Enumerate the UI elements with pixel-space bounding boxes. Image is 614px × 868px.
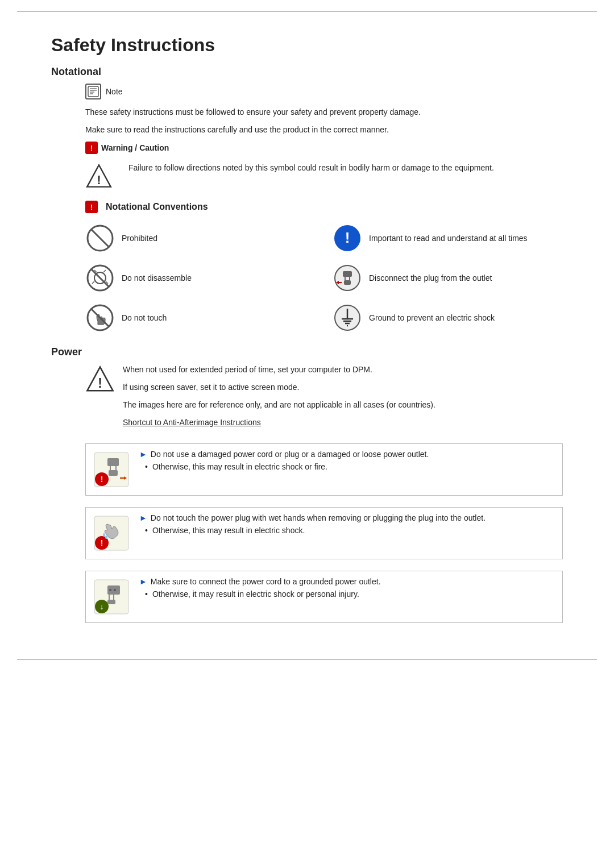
svg-point-54 — [114, 589, 116, 591]
note-box: Note — [85, 84, 563, 99]
page-title: Safety Instructions — [51, 35, 563, 56]
power-item-3-bullet: Otherwise, it may result in electric sho… — [145, 589, 557, 599]
power-item-3: ↓ ► Make sure to connect the power cord … — [85, 571, 563, 623]
svg-point-18 — [335, 265, 360, 290]
convention-touch: Do not touch — [85, 303, 316, 333]
power-item-1-image: ! — [92, 450, 131, 489]
power-item-3-content: ► Make sure to connect the power cord to… — [139, 577, 557, 599]
page-container: Safety Instructions Notational Note Thes… — [17, 11, 597, 660]
power-warning-text-2: If using screen saver, set it to active … — [123, 381, 435, 393]
blue-arrow-1: ► — [139, 450, 147, 459]
note-label: Note — [106, 87, 123, 96]
svg-rect-0 — [88, 86, 98, 97]
warning-red-icon: ! — [85, 142, 98, 154]
power-item-2: ! ► Do not touch the power plug with wet… — [85, 507, 563, 559]
power-item-2-text: Do not touch the power plug with wet han… — [151, 513, 486, 522]
power-item-2-bullet: Otherwise, this may result in electric s… — [145, 526, 557, 535]
warning-caution-row: ! Warning / Caution — [85, 142, 563, 154]
touch-label: Do not touch — [122, 313, 167, 322]
svg-rect-19 — [343, 271, 352, 277]
notational-content: Note These safety instructions must be f… — [85, 84, 563, 333]
svg-rect-57 — [107, 600, 115, 604]
power-item-1-content: ► Do not use a damaged power cord or plu… — [139, 450, 557, 471]
power-warning-texts: When not used for extended period of tim… — [123, 364, 435, 434]
svg-text:!: ! — [101, 475, 103, 484]
shortcut-link[interactable]: Shortcut to Anti-Afterimage Instructions — [123, 417, 435, 429]
svg-line-8 — [91, 229, 109, 247]
touch-icon — [85, 303, 115, 333]
conventions-grid: Prohibited ! Important to read and under… — [85, 223, 563, 333]
svg-line-17 — [92, 281, 94, 284]
power-item-1-bullet: Otherwise, this may result in electric s… — [145, 462, 557, 471]
blue-arrow-2: ► — [139, 513, 147, 522]
convention-prohibited: Prohibited — [85, 223, 316, 253]
svg-rect-41 — [109, 470, 118, 476]
svg-rect-38 — [107, 458, 119, 466]
note-text-1: These safety instructions must be follow… — [85, 106, 563, 118]
prohibited-icon — [85, 223, 115, 253]
svg-text:!: ! — [98, 375, 102, 391]
svg-line-13 — [91, 269, 109, 287]
disassemble-icon — [85, 263, 115, 293]
svg-point-53 — [109, 589, 111, 591]
convention-disassemble: Do not disassemble — [85, 263, 316, 293]
notational-section: Notational Note These safety instruction… — [51, 66, 563, 333]
notational-heading: Notational — [51, 66, 563, 78]
power-item-3-title: ► Make sure to connect the power cord to… — [139, 577, 557, 586]
power-triangle-icon: ! — [85, 364, 115, 393]
power-item-2-image: ! — [92, 513, 131, 553]
disconnect-icon — [333, 263, 362, 293]
conventions-title-row: ! Notational Conventions — [85, 201, 563, 213]
conventions-title: Notational Conventions — [106, 202, 208, 212]
power-warning-text-1: When not used for extended period of tim… — [123, 364, 435, 376]
power-item-3-image: ↓ — [92, 577, 131, 617]
convention-important: ! Important to read and understand at al… — [333, 223, 563, 253]
note-text-2: Make sure to read the instructions caref… — [85, 124, 563, 136]
svg-point-47 — [103, 533, 105, 537]
warning-label: Warning / Caution — [101, 143, 169, 152]
power-item-1-text: Do not use a damaged power cord or plug … — [151, 450, 429, 459]
power-warning-block: ! When not used for extended period of t… — [85, 364, 563, 434]
power-item-2-title: ► Do not touch the power plug with wet h… — [139, 513, 557, 522]
warning-text: Failure to follow directions noted by th… — [128, 162, 494, 174]
power-item-3-text: Make sure to connect the power cord to a… — [151, 577, 381, 586]
disconnect-label: Disconnect the plug from the outlet — [369, 273, 492, 283]
triangle-icon: ! — [85, 162, 113, 189]
power-warning-text-3: The images here are for reference only, … — [123, 399, 435, 411]
svg-text:!: ! — [97, 173, 101, 187]
conventions-red-icon: ! — [85, 201, 98, 213]
convention-ground: Ground to prevent an electric shock — [333, 303, 563, 333]
ground-icon — [333, 303, 362, 333]
important-label: Important to read and understand at all … — [369, 234, 528, 243]
disassemble-label: Do not disassemble — [122, 273, 192, 283]
power-section: Power ! When not used for extended perio… — [51, 346, 563, 623]
blue-arrow-3: ► — [139, 577, 147, 586]
svg-text:!: ! — [101, 538, 103, 547]
ground-label: Ground to prevent an electric shock — [369, 313, 495, 322]
svg-text:↓: ↓ — [100, 602, 104, 611]
warning-text-block: ! Failure to follow directions noted by … — [85, 162, 563, 189]
important-icon: ! — [333, 223, 362, 253]
svg-point-48 — [105, 535, 107, 539]
power-item-2-content: ► Do not touch the power plug with wet h… — [139, 513, 557, 535]
power-item-1-title: ► Do not use a damaged power cord or plu… — [139, 450, 557, 459]
power-content: ! When not used for extended period of t… — [85, 364, 563, 623]
power-heading: Power — [51, 346, 563, 358]
svg-line-15 — [103, 270, 106, 272]
svg-text:!: ! — [345, 229, 350, 246]
svg-rect-22 — [344, 280, 351, 285]
power-item-1: ! ► Do not use a damaged power c — [85, 443, 563, 496]
prohibited-label: Prohibited — [122, 234, 157, 243]
convention-disconnect: Disconnect the plug from the outlet — [333, 263, 563, 293]
note-icon — [85, 84, 101, 99]
